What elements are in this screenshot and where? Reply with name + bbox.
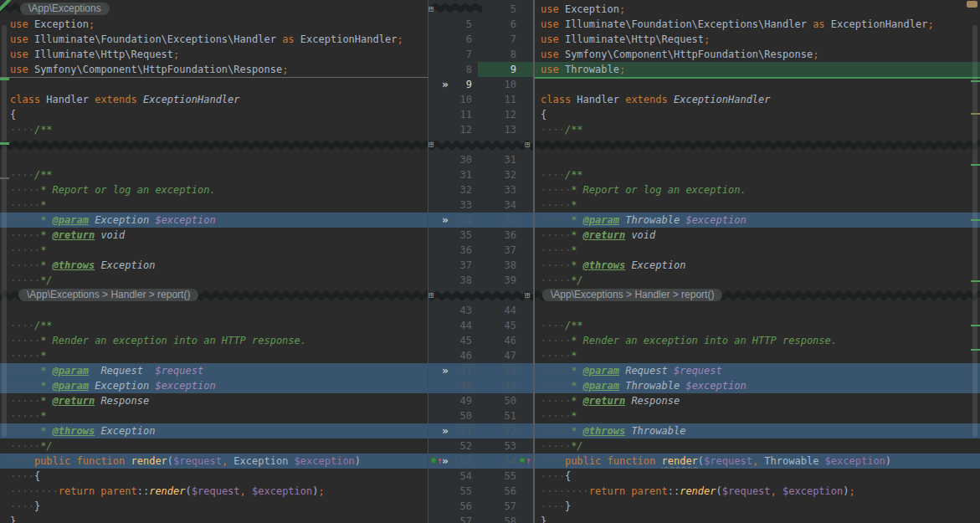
code-line-right[interactable]: ········return parent::render($request, … <box>535 484 980 499</box>
code-line-right[interactable] <box>535 77 980 92</box>
expand-fold-icon[interactable]: ⊞ <box>428 138 439 151</box>
changed-chunk-chevron-icon[interactable]: » <box>442 423 455 438</box>
code-line-right[interactable]: ·····* @return Response <box>535 393 980 408</box>
code-line-left[interactable]: ·····* <box>0 348 428 363</box>
code-line-left[interactable] <box>0 152 428 167</box>
line-number-right: 53 <box>480 438 516 454</box>
code-line-right[interactable]: ····/** <box>535 318 980 333</box>
code-line-right[interactable]: ·····* @throws Throwable <box>535 423 980 438</box>
code-line-right[interactable]: } <box>535 514 980 523</box>
code-line-left[interactable]: ·····* @param Exception $exception <box>0 213 428 228</box>
change-marker[interactable] <box>971 219 980 221</box>
left-scrollbar-thumb[interactable] <box>2 25 7 437</box>
changed-chunk-chevron-icon[interactable]: » <box>442 454 455 469</box>
overrides-arrow-icon[interactable]: ↑ <box>437 454 443 469</box>
change-marker[interactable] <box>971 349 980 351</box>
code-line-right[interactable]: ·····* @throws Exception <box>535 258 980 273</box>
code-line-right[interactable]: ·····* <box>535 408 980 423</box>
change-marker[interactable] <box>971 164 980 166</box>
change-marker[interactable] <box>971 113 980 115</box>
code-line-right[interactable]: use Symfony\Component\HttpFoundation\Res… <box>535 47 980 62</box>
code-line-right[interactable]: ·····* Render an exception into an HTTP … <box>535 333 980 348</box>
code-line-right[interactable]: ·····* <box>535 348 980 363</box>
code-line-right[interactable]: ·····*/ <box>535 438 980 454</box>
code-line-right[interactable]: ····public function render($request, Thr… <box>535 454 980 469</box>
code-line-left[interactable]: use Symfony\Component\HttpFoundation\Res… <box>0 62 428 77</box>
code-line-left[interactable]: ·····* @return Response <box>0 393 428 408</box>
changes-overview-badge[interactable] <box>967 1 977 8</box>
code-line-left[interactable]: ·····* <box>0 243 428 258</box>
code-line-left[interactable]: { <box>0 107 428 122</box>
code-line-left[interactable]: class Handler extends ExceptionHandler <box>0 92 428 107</box>
code-line-left[interactable]: ·····* @param Request $request <box>0 363 428 378</box>
code-line-right[interactable]: class Handler extends ExceptionHandler <box>535 92 980 107</box>
breadcrumb-pill: \App\Exceptions <box>20 3 110 15</box>
code-line-right[interactable]: use Throwable; <box>535 62 980 77</box>
changed-chunk-chevron-icon[interactable]: » <box>442 363 455 378</box>
code-line-left[interactable] <box>0 77 428 92</box>
code-line-right[interactable]: { <box>535 107 980 122</box>
code-line-right[interactable]: use Exception; <box>535 2 980 17</box>
change-marker[interactable] <box>971 325 980 326</box>
code-line-left[interactable]: ·····* @return void <box>0 228 428 243</box>
code-line-left[interactable]: } <box>0 514 428 523</box>
code-line-right[interactable]: ····/** <box>535 167 980 182</box>
code-line-left[interactable]: ·····* @param Exception $exception <box>0 378 428 393</box>
diff-row: ·····*·····*3637 <box>0 243 980 258</box>
overrides-arrow-icon[interactable]: ↑ <box>526 454 531 469</box>
code-line-left[interactable]: ····/** <box>0 167 428 182</box>
change-marker[interactable] <box>0 142 9 145</box>
code-line-left[interactable]: use Exception; <box>0 17 428 32</box>
code-line-left[interactable]: ····{ <box>0 469 428 484</box>
change-marker[interactable] <box>0 177 9 179</box>
code-line-left[interactable]: use Illuminate\Http\Request; <box>0 47 428 62</box>
code-line-right[interactable]: ·····*/ <box>535 273 980 288</box>
code-line-left[interactable]: ·····* @throws Exception <box>0 423 428 438</box>
overrides-method-icon[interactable] <box>519 457 526 464</box>
code-line-left[interactable]: use Illuminate\Foundation\Exceptions\Han… <box>0 32 428 47</box>
code-line-left[interactable]: ····public function render($request, Exc… <box>0 454 428 469</box>
line-number-right: 6 <box>480 17 516 32</box>
code-line-right[interactable]: ·····* @param Request $request <box>535 363 980 378</box>
code-line-left[interactable]: ····/** <box>0 318 428 333</box>
code-line-left[interactable]: ········return parent::render($request, … <box>0 484 428 499</box>
code-line-left[interactable]: ·····* @throws Exception <box>0 258 428 273</box>
code-line-right[interactable] <box>535 303 980 318</box>
line-number-left: 48 <box>430 378 472 393</box>
expand-fold-icon[interactable]: ⊞ <box>428 289 439 302</box>
changed-chunk-chevron-icon[interactable]: » <box>442 213 455 228</box>
line-number-left: 38 <box>430 273 472 288</box>
code-line-right[interactable]: ·····* @return void <box>535 228 980 243</box>
code-line-left[interactable]: ·····*/ <box>0 273 428 288</box>
code-line-left[interactable]: ·····* Report or log an exception. <box>0 182 428 197</box>
expand-fold-icon[interactable]: ⊞ <box>428 3 439 16</box>
code-line-right[interactable]: ·····* Report or log an exception. <box>535 182 980 197</box>
line-number-left: 55 <box>430 484 472 499</box>
change-marker[interactable] <box>0 78 9 80</box>
line-number-left: 33 <box>430 197 472 213</box>
code-line-right[interactable]: ·····* <box>535 197 980 213</box>
code-line-left[interactable]: ····/** <box>0 122 428 137</box>
changed-chunk-chevron-icon[interactable]: » <box>442 77 455 92</box>
line-number-left: 31 <box>430 167 472 182</box>
line-number-right: 13 <box>480 122 516 137</box>
code-line-right[interactable]: ····{ <box>535 469 980 484</box>
code-line-right[interactable]: ·····* <box>535 243 980 258</box>
code-line-left[interactable]: ····} <box>0 499 428 514</box>
code-line-right[interactable]: ····/** <box>535 122 980 137</box>
code-line-right[interactable] <box>535 152 980 167</box>
change-marker[interactable] <box>971 280 980 282</box>
code-line-right[interactable]: ····} <box>535 499 980 514</box>
code-line-right[interactable]: use Illuminate\Foundation\Exceptions\Han… <box>535 17 980 32</box>
code-line-left[interactable] <box>0 303 428 318</box>
code-line-right[interactable]: use Illuminate\Http\Request; <box>535 32 980 47</box>
code-line-left[interactable]: ·····* Render an exception into an HTTP … <box>0 333 428 348</box>
code-line-left[interactable]: ·····*/ <box>0 438 428 454</box>
code-line-left[interactable]: ·····* <box>0 408 428 423</box>
right-scrollbar-thumb[interactable] <box>972 25 977 437</box>
code-line-left[interactable]: ·····* <box>0 197 428 213</box>
code-line-right[interactable]: ·····* @param Throwable $exception <box>535 213 980 228</box>
change-marker[interactable] <box>971 80 980 82</box>
overrides-method-icon[interactable] <box>430 457 437 464</box>
code-line-right[interactable]: ·····* @param Throwable $exception <box>535 378 980 393</box>
